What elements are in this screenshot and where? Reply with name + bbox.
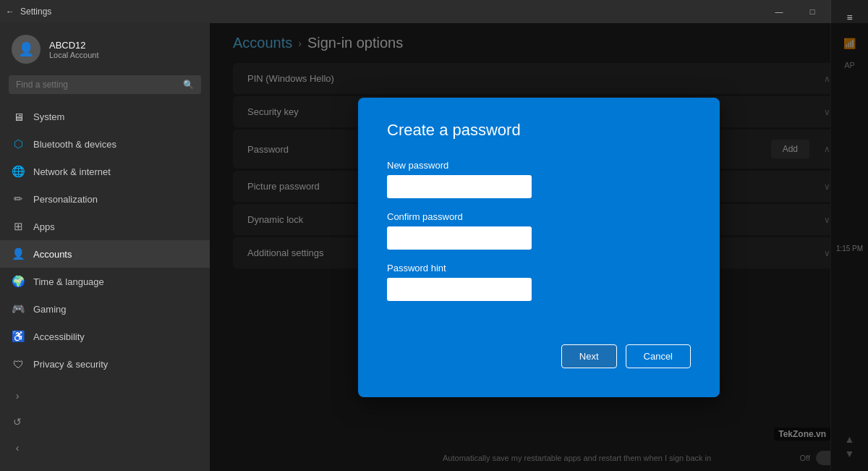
titlebar: ← Settings — □ ✕ [0,0,868,23]
password-hint-label: Password hint [387,263,691,273]
sidebar-item-bluetooth-label: Bluetooth & devices [33,139,116,150]
user-profile: 👤 ABCD12 Local Account [0,23,210,72]
user-type: Local Account [49,51,99,59]
sidebar-item-time-label: Time & language [33,276,104,287]
confirm-password-label: Confirm password [387,211,691,222]
app-container: 👤 ABCD12 Local Account 🔍 🖥 System ⬡ Blue… [0,23,868,471]
sidebar-item-system[interactable]: 🖥 System [0,103,210,130]
user-name: ABCD12 [49,40,99,51]
main-content: Accounts › Sign-in options PIN (Windows … [210,23,868,471]
next-button[interactable]: Next [561,344,617,368]
accessibility-icon: ♿ [12,330,25,343]
sidebar-item-personalization-label: Personalization [33,194,98,205]
minimize-button[interactable]: — [762,0,796,23]
create-password-modal: Create a password New password Confirm p… [358,98,720,397]
new-password-label: New password [387,160,691,171]
sidebar-item-bluetooth[interactable]: ⬡ Bluetooth & devices [0,130,210,158]
titlebar-left: ← Settings [6,7,51,17]
maximize-button[interactable]: □ [796,0,829,23]
avatar: 👤 [12,35,41,64]
accounts-icon: 👤 [12,247,25,260]
user-info: ABCD12 Local Account [49,40,99,59]
confirm-password-group: Confirm password [387,211,691,250]
sidebar-item-accessibility-label: Accessibility [33,331,85,342]
sidebar-item-system-label: System [33,111,64,122]
sidebar-item-network[interactable]: 🌐 Network & internet [0,158,210,185]
apps-icon: ⊞ [12,220,25,233]
sidebar-item-gaming-label: Gaming [33,304,67,315]
sidebar-item-accessibility[interactable]: ♿ Accessibility [0,323,210,350]
sidebar-item-time[interactable]: 🌍 Time & language [0,268,210,295]
bluetooth-icon: ⬡ [12,137,25,150]
privacy-icon: 🛡 [12,357,25,370]
sidebar-item-apps-label: Apps [33,221,55,232]
search-icon: 🔍 [183,80,194,90]
sidebar-refresh-button[interactable]: ↺ [6,410,29,433]
sidebar-back-arrow[interactable]: ‹ [6,436,29,459]
sidebar-item-privacy[interactable]: 🛡 Privacy & security [0,350,210,378]
avatar-icon: 👤 [18,41,34,57]
sidebar-item-personalization[interactable]: ✏ Personalization [0,185,210,213]
gaming-icon: 🎮 [12,302,25,315]
new-password-group: New password [387,160,691,198]
search-input[interactable] [16,80,177,90]
sidebar-bottom: › ↺ ‹ [0,378,210,471]
modal-title: Create a password [387,121,691,140]
modal-overlay: Create a password New password Confirm p… [210,23,868,471]
nav-list: 🖥 System ⬡ Bluetooth & devices 🌐 Network… [0,100,210,378]
sidebar: 👤 ABCD12 Local Account 🔍 🖥 System ⬡ Blue… [0,23,210,471]
search-box: 🔍 [9,75,201,94]
sidebar-item-accounts-label: Accounts [33,249,72,260]
time-icon: 🌍 [12,275,25,288]
sidebar-item-accounts[interactable]: 👤 Accounts [0,240,210,268]
titlebar-title: Settings [20,7,51,17]
sidebar-expand-button[interactable]: › [6,384,29,407]
modal-footer: Next Cancel [387,344,691,368]
password-hint-group: Password hint [387,263,691,301]
new-password-input[interactable] [387,175,532,198]
sidebar-item-network-label: Network & internet [33,166,111,177]
sidebar-item-apps[interactable]: ⊞ Apps [0,213,210,240]
confirm-password-input[interactable] [387,226,532,250]
password-hint-input[interactable] [387,278,532,301]
back-button[interactable]: ← [6,7,14,17]
sidebar-item-gaming[interactable]: 🎮 Gaming [0,295,210,323]
cancel-button[interactable]: Cancel [626,344,691,368]
personalization-icon: ✏ [12,192,25,205]
sidebar-item-privacy-label: Privacy & security [33,359,108,370]
network-icon: 🌐 [12,165,25,178]
system-icon: 🖥 [12,110,25,123]
